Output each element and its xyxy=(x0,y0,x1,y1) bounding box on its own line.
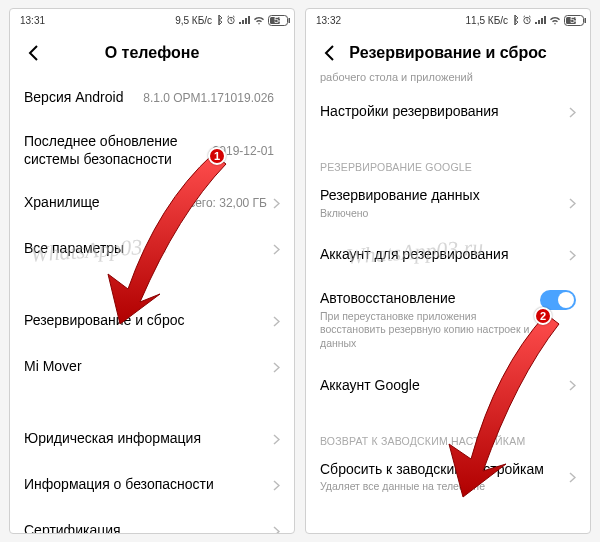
row-certification[interactable]: Сертификация xyxy=(10,508,294,533)
row-value: 8.1.0 OPM1.171019.026 xyxy=(143,91,274,105)
row-auto-restore[interactable]: Автовосстановление При переустановке при… xyxy=(306,278,590,362)
row-value: Всего: 32,00 ГБ xyxy=(181,196,267,210)
chevron-left-icon xyxy=(324,45,335,61)
row-label: Аккаунт Google xyxy=(320,377,569,395)
row-google-account[interactable]: Аккаунт Google xyxy=(306,363,590,409)
row-sublabel: Удаляет все данные на телефоне xyxy=(320,480,569,494)
toggle-auto-restore[interactable] xyxy=(540,290,576,310)
row-backup-reset[interactable]: Резервирование и сброс xyxy=(10,298,294,344)
row-label: Автовосстановление xyxy=(320,290,540,308)
chevron-right-icon xyxy=(273,434,280,445)
signal-icon xyxy=(239,16,250,25)
status-bar: 13:31 9,5 КБ/с 58 xyxy=(10,9,294,31)
chevron-right-icon xyxy=(569,107,576,118)
status-time: 13:31 xyxy=(20,15,45,26)
row-sublabel: При переустановке приложения восстановит… xyxy=(320,310,540,351)
wifi-icon xyxy=(253,16,265,25)
chevron-right-icon xyxy=(273,198,280,209)
svg-rect-2 xyxy=(288,18,290,23)
row-legal[interactable]: Юридическая информация xyxy=(10,416,294,462)
row-label: Аккаунт для резервирования xyxy=(320,246,569,264)
header: Резервирование и сброс xyxy=(306,31,590,75)
bluetooth-icon xyxy=(511,15,519,25)
chevron-right-icon xyxy=(273,244,280,255)
bluetooth-icon xyxy=(215,15,223,25)
chevron-right-icon xyxy=(569,250,576,261)
row-security-info[interactable]: Информация о безопасности xyxy=(10,462,294,508)
alarm-icon xyxy=(226,15,236,25)
row-label: Сертификация xyxy=(24,522,273,533)
section-reset: ВОЗВРАТ К ЗАВОДСКИМ НАСТРОЙКАМ xyxy=(306,427,590,449)
row-android-version[interactable]: Версия Android 8.1.0 OPM1.171019.026 xyxy=(10,75,294,121)
row-value: 2019-12-01 xyxy=(213,144,274,158)
row-label: Настройки резервирования xyxy=(320,103,569,121)
status-right: 11,5 КБ/с 58 xyxy=(466,15,580,26)
row-mi-mover[interactable]: Mi Mover xyxy=(10,344,294,390)
row-sublabel: Включено xyxy=(320,207,569,221)
back-button[interactable] xyxy=(22,42,44,64)
signal-icon xyxy=(535,16,546,25)
status-bar: 13:32 11,5 КБ/с 58 xyxy=(306,9,590,31)
chevron-right-icon xyxy=(273,316,280,327)
back-button[interactable] xyxy=(318,42,340,64)
row-label: Версия Android xyxy=(24,89,143,107)
phone-right: 13:32 11,5 КБ/с 58 Резервирование и сбро… xyxy=(305,8,591,534)
wifi-icon xyxy=(549,16,561,25)
chevron-right-icon xyxy=(569,198,576,209)
row-all-params[interactable]: Все параметры xyxy=(10,226,294,272)
row-label: Юридическая информация xyxy=(24,430,273,448)
phone-left: 13:31 9,5 КБ/с 58 О телефоне Версия Andr… xyxy=(9,8,295,534)
row-label: Сбросить к заводским настройкам xyxy=(320,461,569,479)
alarm-icon xyxy=(522,15,532,25)
row-backup-account[interactable]: Аккаунт для резервирования xyxy=(306,232,590,278)
page-title: О телефоне xyxy=(44,44,260,62)
row-label: Резервирование и сброс xyxy=(24,312,273,330)
row-label: Резервирование данных xyxy=(320,187,569,205)
status-net: 9,5 КБ/с xyxy=(175,15,212,26)
row-backup-data[interactable]: Резервирование данных Включено xyxy=(306,175,590,232)
status-batt: 58 xyxy=(274,15,284,25)
row-backup-settings[interactable]: Настройки резервирования xyxy=(306,89,590,135)
chevron-right-icon xyxy=(569,472,576,483)
status-net: 11,5 КБ/с xyxy=(466,15,508,26)
chevron-right-icon xyxy=(273,526,280,534)
svg-rect-6 xyxy=(584,18,586,23)
chevron-right-icon xyxy=(569,380,576,391)
chevron-right-icon xyxy=(273,362,280,373)
status-right: 9,5 КБ/с 58 xyxy=(175,15,284,26)
status-time: 13:32 xyxy=(316,15,341,26)
row-security-update[interactable]: Последнее обновление системы безопасност… xyxy=(10,121,294,180)
status-batt: 58 xyxy=(570,15,580,25)
content: Версия Android 8.1.0 OPM1.171019.026 Пос… xyxy=(10,75,294,533)
chevron-right-icon xyxy=(273,480,280,491)
row-label: Хранилище xyxy=(24,194,181,212)
content: Настройки резервирования РЕЗЕРВИРОВАНИЕ … xyxy=(306,89,590,533)
row-storage[interactable]: Хранилище Всего: 32,00 ГБ xyxy=(10,180,294,226)
chevron-left-icon xyxy=(28,45,39,61)
row-label: Последнее обновление системы безопасност… xyxy=(24,133,213,168)
row-label: Все параметры xyxy=(24,240,273,258)
section-google: РЕЗЕРВИРОВАНИЕ GOOGLE xyxy=(306,153,590,175)
page-title: Резервирование и сброс xyxy=(340,44,556,62)
row-factory-reset[interactable]: Сбросить к заводским настройкам Удаляет … xyxy=(306,449,590,506)
header: О телефоне xyxy=(10,31,294,75)
row-label: Информация о безопасности xyxy=(24,476,273,494)
row-label: Mi Mover xyxy=(24,358,273,376)
